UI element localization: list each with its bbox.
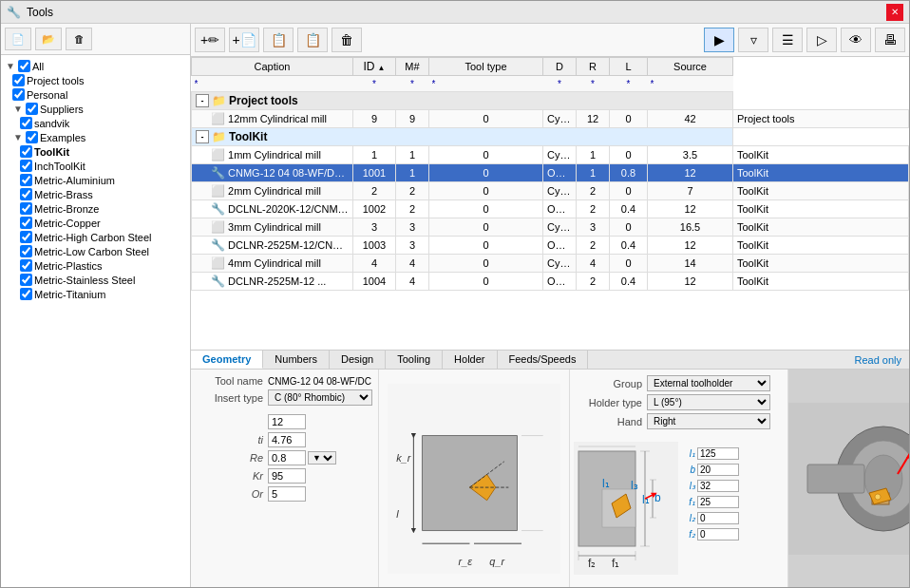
param-l2-input[interactable] — [697, 512, 739, 524]
param-f2-input[interactable] — [697, 528, 739, 541]
table-row-selected[interactable]: 🔧 CNMG-12 04 08-WF/DCLNR-... 1001 1 0 OD… — [192, 164, 909, 182]
col-header-m[interactable]: M# — [396, 58, 429, 76]
copy-button[interactable]: 📋 — [263, 28, 294, 52]
param-12-input[interactable] — [268, 414, 306, 429]
checkbox-metric-high-carbon[interactable] — [20, 231, 32, 243]
param-ti-input[interactable] — [268, 432, 306, 447]
checkbox-personal[interactable] — [12, 88, 25, 101]
expand-icon-examples[interactable]: ▼ — [12, 132, 24, 143]
tree-item-examples[interactable]: ▼ Examples — [5, 130, 186, 144]
tree-item-metric-aluminium[interactable]: Metric-Aluminium — [5, 173, 186, 187]
checkbox-metric-titanium[interactable] — [20, 288, 32, 300]
checkbox-inchtoolkit[interactable] — [20, 160, 32, 172]
tree-item-metric-low-carbon[interactable]: Metric-Low Carbon Steel — [5, 244, 186, 258]
tree-item-personal[interactable]: Personal — [5, 87, 186, 102]
col-header-source[interactable]: Source — [648, 58, 733, 76]
checkbox-metric-brass[interactable] — [20, 188, 32, 200]
tree-item-metric-high-carbon[interactable]: Metric-High Carbon Steel — [5, 230, 186, 244]
checkbox-metric-copper[interactable] — [20, 217, 32, 229]
col-header-id[interactable]: ID ▲ — [353, 58, 396, 76]
col-header-d[interactable]: D — [543, 58, 577, 76]
param-re-input[interactable] — [268, 450, 306, 465]
group-row-project-tools[interactable]: - 📁 Project tools — [192, 92, 909, 110]
settings-button[interactable]: ☰ — [772, 28, 803, 52]
param-kr-input[interactable] — [268, 468, 306, 484]
param-l1-input[interactable] — [697, 447, 739, 460]
tree-item-suppliers[interactable]: ▼ Suppliers — [5, 102, 186, 116]
tree-item-metric-copper[interactable]: Metric-Copper — [5, 216, 186, 230]
paste-button[interactable]: 📋 — [297, 28, 328, 52]
filter-id[interactable] — [356, 79, 393, 89]
col-header-l[interactable]: L — [610, 58, 648, 76]
insert-type-select[interactable]: C (80° Rhombic) — [268, 389, 372, 406]
table-row[interactable]: ⬜ 4mm Cylindrical mill 4 4 0 Cylindrical… — [192, 255, 909, 273]
holder-type-select[interactable]: L (95°) — [647, 394, 770, 410]
checkbox-toolkit[interactable] — [20, 145, 32, 158]
checkbox-metric-bronze[interactable] — [20, 202, 32, 215]
param-f1-input[interactable] — [697, 496, 739, 508]
checkbox-metric-plastics[interactable] — [20, 259, 32, 272]
tree-item-metric-bronze[interactable]: Metric-Bronze — [5, 201, 186, 216]
delete-tool-button[interactable]: 🗑 — [332, 28, 362, 52]
tree-item-inchtoolkit[interactable]: InchToolKit — [5, 159, 186, 173]
hand-select[interactable]: Right — [647, 413, 770, 429]
print-button[interactable]: 🖶 — [875, 28, 905, 52]
group-select[interactable]: External toolholder — [647, 375, 770, 391]
table-row[interactable]: 🔧 DCLNL-2020K-12/CNMG-12 0... 1002 2 0 O… — [192, 200, 909, 218]
tree-item-metric-titanium[interactable]: Metric-Titanium — [5, 287, 186, 301]
expand-icon-all[interactable]: ▼ — [5, 61, 16, 72]
table-row[interactable]: 🔧 DCLNR-2525M-12 ... 1004 4 0 OD cutting… — [192, 273, 909, 291]
add-tool-button[interactable]: +✏ — [195, 28, 225, 52]
tab-holder[interactable]: Holder — [443, 351, 497, 369]
tab-feeds-speeds[interactable]: Feeds/Speeds — [498, 351, 589, 369]
table-row[interactable]: ⬜ 2mm Cylindrical mill 2 2 0 Cylindrical… — [192, 182, 909, 200]
filter-l[interactable] — [613, 79, 645, 89]
param-l3-input[interactable] — [697, 480, 739, 492]
col-header-r[interactable]: R — [577, 58, 610, 76]
checkbox-metric-aluminium[interactable] — [20, 174, 32, 186]
param-re-select[interactable]: ▼ — [308, 451, 336, 465]
col-header-tooltype[interactable]: Tool type — [429, 58, 543, 76]
table-row[interactable]: ⬜ 3mm Cylindrical mill 3 3 0 Cylindrical… — [192, 218, 909, 237]
tree-item-toolkit[interactable]: ToolKit — [5, 144, 186, 159]
checkbox-all[interactable] — [18, 60, 30, 72]
table-row[interactable]: 🔧 DCLNR-2525M-12/CNMG-12 ... 1003 3 0 OD… — [192, 237, 909, 255]
view-button[interactable]: 👁 — [841, 28, 871, 52]
tree-item-sandvik[interactable]: sandvik — [5, 116, 186, 130]
tab-geometry[interactable]: Geometry — [191, 351, 263, 369]
tab-tooling[interactable]: Tooling — [386, 351, 443, 369]
param-b-input[interactable] — [697, 464, 739, 476]
checkbox-suppliers[interactable] — [26, 103, 38, 115]
tree-item-metric-stainless[interactable]: Metric-Stainless Steel — [5, 273, 186, 287]
filter-r[interactable] — [579, 79, 607, 89]
tree-item-project-tools[interactable]: Project tools — [5, 73, 186, 87]
checkbox-metric-low-carbon[interactable] — [20, 245, 32, 257]
checkbox-sandvik[interactable] — [20, 117, 32, 129]
table-row[interactable]: ⬜ 1mm Cylindrical mill 1 1 0 Cylindrical… — [192, 146, 909, 164]
tab-design[interactable]: Design — [330, 351, 386, 369]
add-from-db-button[interactable]: +📄 — [229, 28, 259, 52]
filter-button[interactable]: ▿ — [738, 28, 768, 52]
select-button[interactable]: ▶ — [704, 28, 734, 52]
filter-source[interactable] — [651, 79, 730, 89]
table-row[interactable]: ⬜ 12mm Cylindrical mill 9 9 0 Cylindrica… — [192, 110, 909, 128]
close-button[interactable]: ✕ — [886, 4, 903, 21]
tab-numbers[interactable]: Numbers — [263, 351, 330, 369]
checkbox-project-tools[interactable] — [12, 74, 25, 86]
new-folder-button[interactable]: 📄 — [5, 28, 31, 50]
expand-toolkit[interactable]: - — [196, 130, 209, 143]
filter-caption[interactable] — [195, 79, 351, 89]
filter-d[interactable] — [546, 79, 574, 89]
checkbox-examples[interactable] — [26, 131, 38, 143]
group-row-toolkit[interactable]: - 📁 ToolKit — [192, 128, 909, 146]
expand-icon-suppliers[interactable]: ▼ — [12, 104, 24, 115]
filter-tooltype[interactable] — [432, 79, 540, 89]
tree-item-metric-plastics[interactable]: Metric-Plastics — [5, 258, 186, 273]
checkbox-metric-stainless[interactable] — [20, 274, 32, 286]
expand-project-tools[interactable]: - — [196, 94, 209, 107]
filter2-button[interactable]: ▷ — [806, 28, 837, 52]
tree-item-metric-brass[interactable]: Metric-Brass — [5, 187, 186, 201]
delete-button[interactable]: 🗑 — [66, 28, 92, 50]
param-or-input[interactable] — [268, 486, 306, 502]
col-header-caption[interactable]: Caption — [192, 58, 353, 76]
